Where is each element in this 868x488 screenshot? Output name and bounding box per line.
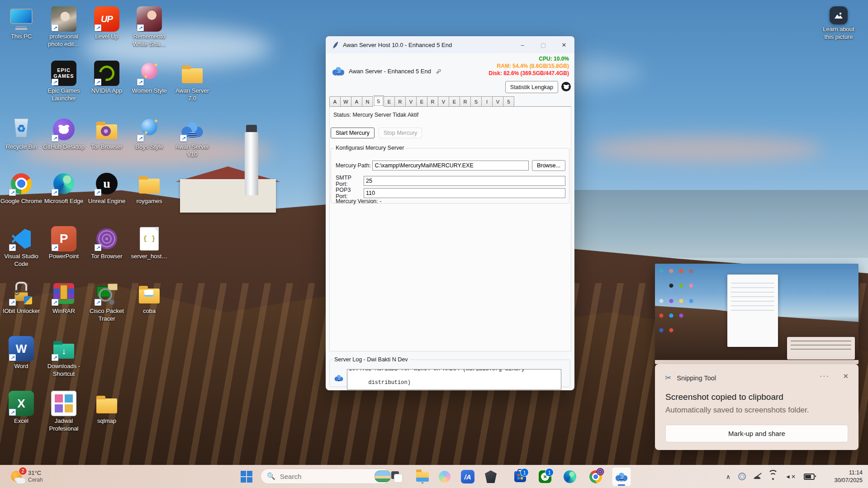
- desktop-icon-cisco-packet-tracer[interactable]: Cisco Packet Tracer: [86, 281, 128, 322]
- desktop-icon-profesional-photo[interactable]: profesional photo edit…: [43, 6, 85, 48]
- minimize-button[interactable]: –: [512, 36, 533, 53]
- desktop-icon-label: Rememento White Sha…: [128, 33, 170, 48]
- microsoft-store-button[interactable]: 1: [512, 469, 528, 484]
- desktop-icon-winrar[interactable]: WinRAR: [43, 281, 85, 315]
- tab-n[interactable]: N: [362, 96, 373, 107]
- wifi-icon[interactable]: [768, 474, 778, 480]
- tab-v2[interactable]: V: [438, 96, 449, 107]
- weather-widget[interactable]: 2 31°C Cerah: [8, 465, 46, 488]
- folder-icon: [180, 61, 205, 86]
- toast-close-button[interactable]: ✕: [843, 372, 849, 380]
- learn-about-picture[interactable]: Learn about this picture: [818, 6, 859, 41]
- shortcut-arrow-icon: [9, 354, 16, 361]
- desktop-icon-awan-server-70[interactable]: Awan Server 7.0: [171, 61, 213, 102]
- desktop-icon-word[interactable]: Word: [0, 336, 42, 370]
- desktop-icon-epic-games[interactable]: Epic Games Launcher: [43, 61, 85, 102]
- desktop-icon-jadwal-profesional[interactable]: Jadwal Profesional: [43, 391, 85, 432]
- desktop-icon-boys-style[interactable]: Boys Style: [128, 117, 170, 151]
- desktop-icon-label: Visual Studio Code: [0, 253, 42, 268]
- desktop-icon-nvidia-app[interactable]: NVIDIA App: [86, 61, 128, 95]
- desktop-icon-google-chrome[interactable]: Google Chrome: [0, 171, 42, 205]
- browse-button[interactable]: Browse...: [532, 160, 565, 171]
- running-indicator: [595, 482, 597, 483]
- tab-s2[interactable]: S: [471, 96, 482, 107]
- tab-r3[interactable]: R: [460, 96, 471, 107]
- tab-r1[interactable]: R: [395, 96, 406, 107]
- start-mercury-button[interactable]: Start Mercury: [331, 128, 375, 138]
- screenshot-preview[interactable]: [655, 264, 859, 364]
- hidden-icons-chevron[interactable]: ∧: [726, 473, 730, 480]
- server-log-textarea[interactable]: 10.4.32-MariaDB for Win64 on AMD64 (mari…: [347, 369, 561, 390]
- desktop-icon-unreal-engine[interactable]: Unreal Engine: [86, 171, 128, 205]
- desktop-icon-server-host-file[interactable]: server_host…: [128, 226, 170, 261]
- tab-5[interactable]: 5: [503, 96, 514, 107]
- awan-server-taskbar-button[interactable]: [612, 467, 631, 486]
- pop3-port-input[interactable]: [364, 188, 565, 198]
- markup-and-share-button[interactable]: Mark-up and share: [665, 425, 848, 442]
- windows-logo-icon: [241, 471, 252, 483]
- mercury-path-input[interactable]: [372, 161, 529, 171]
- start-button[interactable]: [239, 469, 254, 484]
- desktop-icon-powerpoint[interactable]: PowerPoint: [43, 226, 85, 261]
- maximize-button[interactable]: ▢: [533, 36, 554, 53]
- desktop-icon-awan-server-v10[interactable]: Awan Server V10: [171, 117, 213, 158]
- weather-temp: 31°C: [28, 469, 43, 477]
- task-view-button[interactable]: [389, 469, 404, 484]
- tab-w[interactable]: W: [341, 96, 351, 107]
- desktop-icon-excel[interactable]: Excel: [0, 391, 42, 425]
- tab-a2[interactable]: A: [351, 96, 362, 107]
- toast-subtitle: Automatically saved to screenshots folde…: [665, 406, 809, 415]
- powerpoint-icon: [51, 226, 76, 251]
- desktop-icon-label: Cisco Packet Tracer: [86, 308, 128, 322]
- desktop-icon-downloads-shortcut[interactable]: Downloads - Shortcut: [43, 336, 85, 378]
- chrome-taskbar-button[interactable]: [588, 469, 603, 484]
- volume-muted-icon[interactable]: ◄✕: [785, 474, 796, 480]
- tab-s-selected[interactable]: S: [373, 95, 384, 107]
- dark-shield-app-button[interactable]: [483, 469, 498, 484]
- desktop-icon-github-desktop[interactable]: GitHub Desktop: [43, 117, 85, 151]
- statistik-lengkap-button[interactable]: Statistik Lengkap: [505, 81, 558, 93]
- app-slash-a-button[interactable]: /A: [460, 469, 475, 484]
- slash-a-icon: /A: [461, 470, 474, 483]
- github-icon[interactable]: [561, 82, 571, 91]
- tab-i[interactable]: I: [482, 96, 493, 107]
- search-input[interactable]: [279, 472, 371, 481]
- tab-e3[interactable]: E: [449, 96, 460, 107]
- snipping-tool-notification[interactable]: ✂ Snipping Tool ··· ✕ Screenshot copied …: [655, 364, 859, 450]
- desktop-icon-coba[interactable]: coba: [128, 281, 170, 315]
- search-box[interactable]: 🔍: [261, 469, 391, 484]
- desktop-icon-level-up[interactable]: Level Up: [86, 6, 128, 41]
- recorder-ring-icon[interactable]: [738, 473, 746, 480]
- onedrive-paused-icon[interactable]: ☁: [754, 472, 761, 481]
- desktop-icon-this-pc[interactable]: This PC: [0, 6, 42, 41]
- tab-a1[interactable]: A: [329, 96, 341, 107]
- desktop-icon-women-style[interactable]: Women Style: [128, 61, 170, 95]
- shortcut-arrow-icon: [52, 79, 58, 85]
- tab-e1[interactable]: E: [384, 96, 395, 107]
- copilot-button[interactable]: [437, 469, 452, 484]
- toast-more-button[interactable]: ···: [820, 372, 830, 380]
- search-highlight-image[interactable]: [375, 470, 391, 482]
- desktop-icon-roygames[interactable]: roygames: [128, 171, 170, 205]
- desktop-icon-microsoft-edge[interactable]: Microsoft Edge: [43, 171, 85, 205]
- tab-v1[interactable]: V: [406, 96, 417, 107]
- edge-taskbar-button[interactable]: [562, 469, 578, 484]
- battery-icon[interactable]: [804, 474, 815, 480]
- tab-r2[interactable]: R: [427, 96, 438, 107]
- file-explorer-button[interactable]: [415, 469, 430, 484]
- desktop-icon-tor-folder[interactable]: Tor Browser: [86, 117, 128, 151]
- stop-mercury-button[interactable]: Stop Mercury: [379, 128, 422, 138]
- tab-e2[interactable]: E: [417, 96, 427, 107]
- smtp-port-input[interactable]: [364, 176, 565, 186]
- tab-v3[interactable]: V: [493, 96, 503, 107]
- xbox-button[interactable]: 1: [537, 469, 553, 484]
- desktop-icon-vscode[interactable]: Visual Studio Code: [0, 226, 42, 268]
- desktop-icon-iobit-unlocker[interactable]: IObit Unlocker: [0, 281, 42, 315]
- desktop-icon-sqlmap[interactable]: sqlmap: [86, 391, 128, 425]
- desktop-icon-recycle-bin[interactable]: Recycle Bin: [0, 117, 42, 151]
- clock-widget[interactable]: 11:14 30/07/2025: [834, 465, 863, 488]
- close-button[interactable]: ✕: [554, 36, 574, 53]
- desktop-icon-tor-browser[interactable]: Tor Browser: [86, 226, 128, 261]
- desktop-icon-rememento[interactable]: Rememento White Sha…: [128, 6, 170, 48]
- toast-title: Screenshot copied to clipboard: [665, 392, 783, 402]
